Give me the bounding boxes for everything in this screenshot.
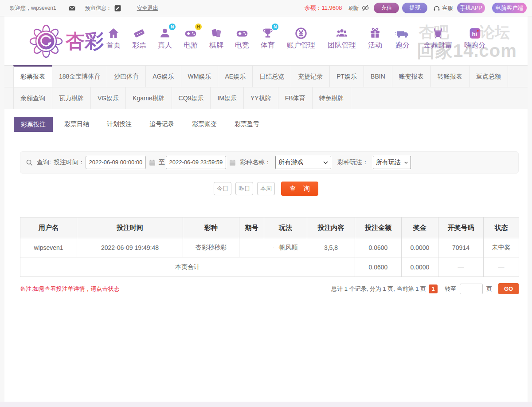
- subtab-touzhu[interactable]: 彩票投注: [14, 117, 53, 132]
- ticket-icon: [133, 26, 145, 40]
- cell-amount: 0.0600: [355, 238, 402, 257]
- nav-hipaofen[interactable]: hi 嗨跑分: [458, 26, 492, 50]
- tab-188jinbaobo[interactable]: 188金宝博体育: [52, 66, 107, 87]
- calendar-icon[interactable]: [229, 159, 236, 166]
- nav-team[interactable]: 团队管理: [321, 26, 362, 50]
- brand-name: 杏彩: [66, 28, 104, 54]
- eye-off-icon[interactable]: [361, 4, 369, 12]
- goto-page-input[interactable]: [460, 284, 483, 294]
- welcome-text: 欢迎您，wipseven1: [10, 4, 56, 12]
- tab-pt[interactable]: PT娱乐: [330, 66, 364, 87]
- nav-jinding[interactable]: 金鼎财富: [418, 26, 458, 50]
- subtab-zhangbian[interactable]: 彩票账变: [190, 120, 219, 128]
- search-bar: 查询: 投注时间： 2022-06-09 00:00:00 至 2022-06-…: [20, 151, 519, 174]
- go-button[interactable]: GO: [498, 283, 519, 294]
- tab-zhangbian[interactable]: 账变报表: [392, 66, 431, 87]
- goto-label: 转至: [445, 285, 456, 293]
- tab-yy[interactable]: YY棋牌: [244, 87, 278, 109]
- cell-draw-number: 70914: [438, 238, 484, 257]
- week-button[interactable]: 本周: [257, 182, 275, 195]
- nav-sports[interactable]: N 体育: [255, 26, 281, 50]
- query-button[interactable]: 查 询: [281, 182, 318, 196]
- tab-kgame[interactable]: Kgame棋牌: [126, 87, 172, 109]
- tab-ae[interactable]: AE娱乐: [218, 66, 253, 87]
- cell-lottery: 杏彩秒秒彩: [183, 238, 239, 257]
- logo-emblem-icon: [29, 24, 63, 59]
- tab-bbin[interactable]: BBIN: [364, 66, 392, 87]
- nav-cards[interactable]: 棋牌: [203, 26, 229, 50]
- person-icon: N: [159, 26, 171, 40]
- tab-fb[interactable]: FB体育: [278, 87, 313, 109]
- nav-activity[interactable]: 活动: [362, 26, 388, 50]
- tab-chongti[interactable]: 充提记录: [291, 66, 330, 87]
- footer-draw: —: [438, 257, 484, 277]
- pc-client-button[interactable]: 电脑客户端: [492, 3, 527, 13]
- withdraw-button[interactable]: 提现: [402, 3, 427, 13]
- nav-home[interactable]: 首页: [101, 26, 126, 50]
- game-select[interactable]: 所有游戏: [275, 156, 331, 169]
- pagination-summary: 总计 1 个记录, 分为 1 页, 当前第 1 页: [331, 285, 426, 293]
- table-header-row: 用户名 投注时间 彩种 期号 玩法 投注内容 投注金额 奖金 开奖号码 状态: [20, 217, 519, 238]
- col-status: 状态: [484, 217, 519, 238]
- truck-icon: [395, 26, 410, 40]
- topbar: 欢迎您，wipseven1 预留信息： 安全退出 余额：11.9608 刷新 充…: [0, 0, 532, 16]
- cards-icon: [210, 26, 223, 40]
- cell-play: 一帆风顺: [264, 238, 307, 257]
- pagination: 总计 1 个记录, 分为 1 页, 当前第 1 页 1 转至 页 GO: [331, 283, 519, 294]
- tab-vg[interactable]: VG娱乐: [91, 87, 126, 109]
- subtab-zhuihao[interactable]: 追号记录: [148, 120, 176, 128]
- tab-rijie[interactable]: 日结总览: [253, 66, 291, 87]
- nav-live[interactable]: N 真人: [152, 26, 178, 50]
- gamepad-icon: H: [184, 26, 197, 40]
- nav-lottery[interactable]: 彩票: [126, 26, 152, 50]
- page-number-button[interactable]: 1: [429, 285, 438, 293]
- subtab-jihua[interactable]: 计划投注: [105, 120, 133, 128]
- calendar-icon[interactable]: [149, 159, 156, 166]
- tab-caipiao-baobiao[interactable]: 彩票报表: [13, 65, 52, 87]
- yen-coin-icon: [295, 26, 307, 40]
- badge-n: N: [169, 24, 176, 30]
- tab-fandian[interactable]: 返点总额: [469, 66, 508, 87]
- today-button[interactable]: 今日: [214, 182, 231, 195]
- logout-link[interactable]: 安全退出: [137, 4, 158, 12]
- footer-status: —: [484, 257, 519, 277]
- nav-esports[interactable]: 电竞: [229, 26, 255, 50]
- tab-shaba[interactable]: 沙巴体育: [107, 66, 146, 87]
- col-issue: 期号: [239, 217, 264, 238]
- note-text: 备注:如需查看投注单详情，请点击状态: [20, 285, 120, 293]
- customer-service-button[interactable]: 客服: [433, 4, 453, 12]
- svg-text:hi: hi: [472, 31, 477, 37]
- tab-cq9[interactable]: CQ9娱乐: [172, 87, 211, 109]
- badge-n: N: [272, 24, 278, 30]
- refresh-button[interactable]: 刷新: [348, 4, 359, 12]
- ding-icon: [432, 26, 444, 40]
- tab-yue[interactable]: 余额查询: [13, 87, 52, 109]
- edit-icon[interactable]: [114, 5, 121, 12]
- tab-wm[interactable]: WM娱乐: [181, 66, 219, 87]
- nav-account[interactable]: 账户管理: [281, 26, 321, 50]
- date-to-input[interactable]: 2022-06-09 23:59:59: [166, 156, 226, 169]
- date-from-input[interactable]: 2022-06-09 00:00:00: [86, 156, 146, 169]
- mobile-app-button[interactable]: 手机APP: [457, 3, 485, 13]
- subtab-yingkui[interactable]: 彩票盈亏: [233, 120, 261, 128]
- tab-temian[interactable]: 特免棋牌: [313, 87, 351, 109]
- col-play: 玩法: [264, 217, 307, 238]
- recharge-button[interactable]: 充值: [374, 3, 399, 13]
- subtab-rijie[interactable]: 彩票日结: [63, 120, 91, 128]
- tab-zhuanzhang[interactable]: 转账报表: [431, 66, 469, 87]
- brand-logo[interactable]: 杏彩: [29, 24, 104, 59]
- yesterday-button[interactable]: 昨日: [235, 182, 253, 195]
- col-prize: 奖金: [402, 217, 438, 238]
- col-amount: 投注金额: [355, 217, 402, 238]
- tab-wali[interactable]: 瓦力棋牌: [52, 87, 91, 109]
- tab-ag[interactable]: AG娱乐: [146, 66, 181, 87]
- play-select[interactable]: 所有玩法: [373, 156, 411, 169]
- nav-paofen[interactable]: 跑分: [388, 26, 417, 50]
- people-icon: [335, 26, 348, 40]
- tab-im[interactable]: IM娱乐: [211, 87, 244, 109]
- mail-icon[interactable]: [69, 5, 75, 12]
- col-username: 用户名: [20, 217, 77, 238]
- cell-status[interactable]: 未中奖: [484, 238, 519, 257]
- nav-egames[interactable]: H 电游: [178, 26, 203, 50]
- col-lottery: 彩种: [183, 217, 239, 238]
